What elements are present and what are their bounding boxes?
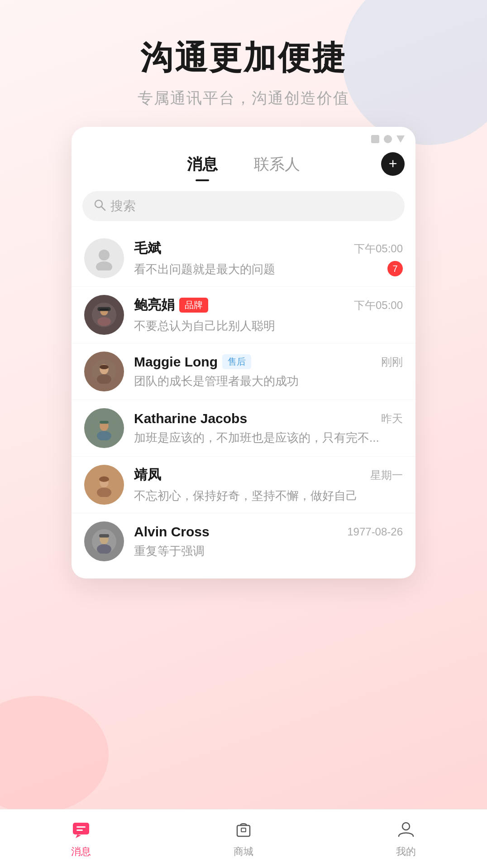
messages-icon (71, 819, 91, 842)
avatar-jing (84, 465, 124, 505)
search-icon (93, 198, 106, 214)
chat-name-maggie: Maggie Long 售后 (134, 354, 251, 370)
sub-title: 专属通讯平台，沟通创造价值 (138, 88, 349, 109)
nav-item-messages[interactable]: 消息 (71, 819, 91, 858)
chat-list: 毛斌 下午05:00 看不出问题就是最大的问题 7 (72, 226, 415, 579)
search-placeholder: 搜索 (110, 198, 136, 215)
nav-item-shop[interactable]: 商城 (234, 819, 253, 858)
chat-top-maggie: Maggie Long 售后 刚刚 (134, 354, 403, 370)
chat-preview-alvin: 重复等于强调 (134, 543, 403, 559)
chat-item-jing[interactable]: 靖凤 星期一 不忘初心，保持好奇，坚持不懈，做好自己 (72, 457, 415, 513)
page-wrapper: 沟通更加便捷 专属通讯平台，沟通创造价值 消息 联系人 + (0, 0, 487, 868)
chat-item-mao-bin[interactable]: 毛斌 下午05:00 看不出问题就是最大的问题 7 (72, 230, 415, 287)
chat-item-katharine[interactable]: Katharine Jacobs 昨天 加班是应该的，不加班也是应该的，只有完不… (72, 400, 415, 457)
bottom-nav: 消息 商城 我的 (0, 809, 487, 868)
chat-preview-mao-bin: 看不出问题就是最大的问题 (134, 261, 403, 277)
chat-name-jing: 靖凤 (134, 466, 161, 484)
chat-time-alvin: 1977-08-26 (347, 526, 403, 538)
header-section: 沟通更加便捷 专属通讯平台，沟通创造价值 (138, 0, 349, 109)
main-title: 沟通更加便捷 (138, 36, 349, 80)
svg-point-2 (99, 250, 110, 260)
chat-top-jing: 靖凤 星期一 (134, 466, 403, 484)
tag-brand-bao: 品牌 (179, 298, 208, 313)
chat-name-mao-bin: 毛斌 (134, 239, 161, 258)
svg-point-12 (100, 365, 109, 369)
svg-rect-27 (76, 826, 86, 828)
chat-name-bao: 鲍亮娟 品牌 (134, 296, 208, 314)
svg-point-31 (402, 823, 410, 830)
svg-point-20 (99, 477, 109, 482)
chat-item-bao[interactable]: 鲍亮娟 品牌 下午05:00 不要总认为自己比别人聪明 (72, 287, 415, 343)
svg-rect-24 (99, 534, 109, 537)
svg-rect-30 (241, 828, 246, 832)
nav-label-me: 我的 (396, 845, 416, 858)
chat-time-katharine: 昨天 (381, 411, 403, 426)
nav-label-shop: 商城 (234, 845, 253, 858)
person-icon (396, 819, 416, 842)
tab-messages[interactable]: 消息 (169, 154, 236, 181)
chat-content-mao-bin: 毛斌 下午05:00 看不出问题就是最大的问题 (134, 239, 403, 277)
chat-content-alvin: Alvin Cross 1977-08-26 重复等于强调 (134, 524, 403, 559)
chat-item-alvin[interactable]: Alvin Cross 1977-08-26 重复等于强调 (72, 513, 415, 569)
add-button[interactable]: + (381, 152, 405, 176)
svg-rect-25 (73, 823, 89, 834)
search-bar[interactable]: 搜索 (82, 191, 405, 221)
window-control-circle (384, 135, 392, 143)
chat-preview-maggie: 团队的成长是管理者最大的成功 (134, 373, 403, 389)
chat-content-bao: 鲍亮娟 品牌 下午05:00 不要总认为自己比别人聪明 (134, 296, 403, 334)
window-controls (72, 127, 415, 143)
svg-rect-29 (237, 825, 250, 836)
svg-rect-7 (100, 309, 109, 311)
tab-contacts[interactable]: 联系人 (236, 154, 318, 181)
chat-name-katharine: Katharine Jacobs (134, 411, 247, 426)
window-control-square (371, 135, 379, 143)
svg-line-1 (101, 207, 105, 210)
svg-rect-16 (100, 421, 109, 424)
badge-mao-bin: 7 (387, 261, 403, 276)
chat-time-jing: 星期一 (370, 468, 403, 482)
chat-content-katharine: Katharine Jacobs 昨天 加班是应该的，不加班也是应该的，只有完不… (134, 411, 403, 446)
chat-top-bao: 鲍亮娟 品牌 下午05:00 (134, 296, 403, 314)
svg-rect-28 (76, 829, 83, 831)
chat-item-maggie[interactable]: Maggie Long 售后 刚刚 团队的成长是管理者最大的成功 (72, 343, 415, 400)
avatar-mao-bin (84, 238, 124, 278)
nav-item-me[interactable]: 我的 (396, 819, 416, 858)
svg-point-8 (97, 317, 110, 326)
chat-top-alvin: Alvin Cross 1977-08-26 (134, 524, 403, 540)
chat-content-jing: 靖凤 星期一 不忘初心，保持好奇，坚持不懈，做好自己 (134, 466, 403, 504)
chat-preview-katharine: 加班是应该的，不加班也是应该的，只有完不... (134, 430, 403, 446)
svg-marker-26 (76, 834, 81, 838)
tag-after-sale-maggie: 售后 (222, 354, 251, 369)
chat-time-maggie: 刚刚 (381, 355, 403, 369)
avatar-bao (84, 295, 124, 335)
chat-time-bao: 下午05:00 (354, 298, 403, 313)
avatar-maggie (84, 352, 124, 391)
chat-preview-bao: 不要总认为自己比别人聪明 (134, 318, 403, 334)
tab-bar: 消息 联系人 + (72, 143, 415, 181)
chat-preview-jing: 不忘初心，保持好奇，坚持不懈，做好自己 (134, 488, 403, 504)
chat-content-maggie: Maggie Long 售后 刚刚 团队的成长是管理者最大的成功 (134, 354, 403, 389)
nav-label-messages: 消息 (71, 845, 91, 858)
chat-top-katharine: Katharine Jacobs 昨天 (134, 411, 403, 426)
svg-point-3 (96, 261, 112, 270)
chat-time-mao-bin: 下午05:00 (354, 241, 403, 256)
chat-name-alvin: Alvin Cross (134, 524, 210, 540)
avatar-katharine (84, 408, 124, 448)
avatar-alvin (84, 521, 124, 561)
chat-top-mao-bin: 毛斌 下午05:00 (134, 239, 403, 258)
window-control-triangle (396, 135, 405, 143)
shop-icon (234, 819, 253, 842)
app-card: 消息 联系人 + 搜索 (72, 127, 415, 579)
